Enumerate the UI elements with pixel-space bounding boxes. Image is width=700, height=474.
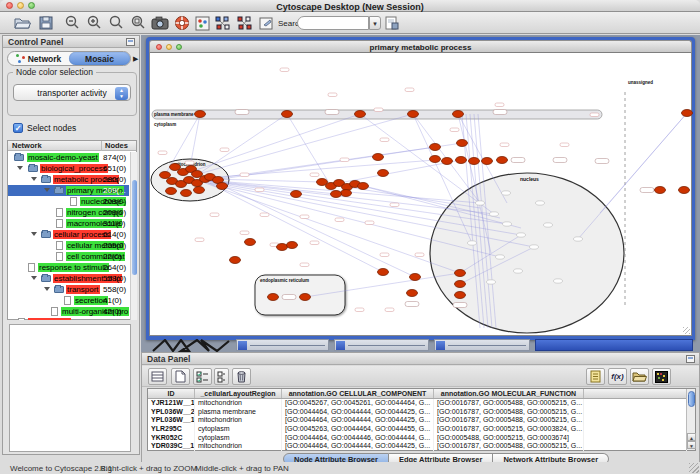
network-node[interactable] xyxy=(282,111,293,118)
minimized-window[interactable] xyxy=(236,339,329,351)
network-node[interactable] xyxy=(245,239,256,246)
tab-mosaic[interactable]: Mosaic xyxy=(69,52,130,65)
network-node[interactable] xyxy=(160,172,171,179)
network-modify-icon[interactable] xyxy=(234,14,254,32)
network-node[interactable] xyxy=(456,157,467,164)
network-window[interactable]: primary metabolic process nucleusmitocho… xyxy=(146,37,695,340)
network-node[interactable] xyxy=(291,191,302,198)
disclosure-triangle-icon[interactable] xyxy=(31,276,37,280)
tree-row[interactable]: primary metabo209(... xyxy=(8,185,129,196)
network-node[interactable] xyxy=(655,187,666,194)
network-node[interactable] xyxy=(331,191,342,198)
help-icon[interactable] xyxy=(172,14,192,32)
network-node[interactable] xyxy=(455,270,466,277)
network-canvas[interactable]: nucleusmitochondrionendoplasmic reticulu… xyxy=(149,53,692,336)
network-node[interactable] xyxy=(455,292,466,299)
search-input[interactable] xyxy=(297,16,369,30)
vizmapper-icon[interactable] xyxy=(192,14,212,32)
tree-row[interactable]: cellular metabol209(0) xyxy=(8,240,129,251)
tree-row[interactable]: mosaic-demo-yeast874(0) xyxy=(8,152,129,163)
table-row[interactable]: YPL036W__2plasma membrane[GO:0044464, GO… xyxy=(148,408,695,417)
network-node[interactable] xyxy=(181,190,192,197)
network-node[interactable] xyxy=(355,111,366,118)
network-node[interactable] xyxy=(482,158,493,165)
window-titlebar[interactable]: Cytoscape Desktop (New Session) xyxy=(0,0,700,12)
window-resize-grip[interactable] xyxy=(689,463,699,473)
network-node[interactable] xyxy=(442,158,453,165)
network-node[interactable] xyxy=(217,183,228,190)
tree-scrollbar[interactable] xyxy=(130,152,137,320)
select-attributes-icon[interactable] xyxy=(148,368,167,385)
open-icon[interactable] xyxy=(12,14,32,32)
tree-row[interactable]: macromolecule311(0) xyxy=(8,218,129,229)
table-scrollbar-thumb[interactable] xyxy=(688,391,695,407)
table-row[interactable]: YDR039C__1mitochondrion[GO:0044464, GO:0… xyxy=(148,442,695,451)
node-color-select[interactable]: transporter activity ▲▼ xyxy=(13,84,131,101)
snapshot-icon[interactable] xyxy=(150,14,170,32)
zoom-fit-icon[interactable] xyxy=(128,14,148,32)
tab-network[interactable]: Network xyxy=(8,52,69,65)
delete-attribute-icon[interactable] xyxy=(232,368,251,385)
network-import-icon[interactable] xyxy=(212,14,232,32)
network-node[interactable] xyxy=(682,110,693,117)
table-column-header[interactable]: annotation.GO CELLULAR_COMPONENT xyxy=(282,389,434,398)
network-node[interactable] xyxy=(378,269,389,276)
network-node[interactable] xyxy=(679,187,690,194)
tree-row[interactable]: cell communicat22(0) xyxy=(8,251,129,262)
network-node[interactable] xyxy=(300,294,311,301)
network-window-titlebar[interactable]: primary metabolic process xyxy=(149,40,692,53)
network-node[interactable] xyxy=(358,183,369,190)
scroll-up-icon[interactable]: ▲ xyxy=(687,433,696,441)
table-column-header[interactable] xyxy=(584,389,687,398)
minimized-window[interactable] xyxy=(334,339,429,351)
overview-thumbnail[interactable] xyxy=(151,339,236,352)
birds-eye-view[interactable] xyxy=(9,324,131,452)
zoom-out-icon[interactable] xyxy=(62,14,82,32)
create-attribute-icon[interactable] xyxy=(171,368,190,385)
tab-overflow-arrow-icon[interactable]: ▶ xyxy=(133,55,138,63)
function-builder-icon[interactable]: f(x) xyxy=(608,368,627,385)
minimized-window-titlebar[interactable] xyxy=(535,339,693,351)
tree-row[interactable]: establishment of lo558(0) xyxy=(8,273,129,284)
network-node[interactable] xyxy=(410,274,421,281)
import-attributes-icon[interactable] xyxy=(630,368,649,385)
table-row[interactable]: YJR121W__1mitochondrion[GO:0045267, GO:0… xyxy=(148,399,695,408)
attribute-batch-icon[interactable] xyxy=(214,368,229,385)
tree-row[interactable]: response to stimulu264(0) xyxy=(8,262,129,273)
table-column-header[interactable]: annotation.GO MOLECULAR_FUNCTION xyxy=(434,389,584,398)
disclosure-triangle-icon[interactable] xyxy=(17,166,23,170)
network-node[interactable] xyxy=(378,170,389,177)
network-node[interactable] xyxy=(408,111,419,118)
network-node[interactable] xyxy=(373,154,384,161)
table-row[interactable]: YLR295Ccytoplasm[GO:0045263, GO:0044464,… xyxy=(148,425,695,434)
nucleus-region[interactable] xyxy=(430,173,624,333)
select-nodes-checkbox[interactable]: ✓ xyxy=(13,123,23,133)
network-node[interactable] xyxy=(407,290,418,297)
zoom-selected-icon[interactable] xyxy=(106,14,126,32)
tree-scrollbar-thumb[interactable] xyxy=(132,180,137,275)
network-node[interactable] xyxy=(341,190,352,197)
network-node[interactable] xyxy=(230,257,241,264)
annotation-icon[interactable] xyxy=(256,14,276,32)
search-dropdown-icon[interactable]: ▾ xyxy=(369,16,381,30)
minimized-window[interactable] xyxy=(434,339,530,351)
table-scrollbar[interactable]: ▲ ▼ xyxy=(686,389,695,450)
network-node[interactable] xyxy=(497,157,508,164)
network-node[interactable] xyxy=(430,156,441,163)
tree-row[interactable]: unassigned223(0) xyxy=(8,317,129,320)
canvas-resize-grip[interactable] xyxy=(683,327,690,334)
disclosure-triangle-icon[interactable] xyxy=(31,232,37,236)
tree-row[interactable]: biological_process651(0) xyxy=(8,163,129,174)
scroll-down-icon[interactable]: ▼ xyxy=(687,441,696,449)
tree-row[interactable]: cellular process614(0) xyxy=(8,229,129,240)
network-node[interactable] xyxy=(268,294,279,301)
network-node[interactable] xyxy=(166,188,177,195)
network-node[interactable] xyxy=(194,187,205,194)
attribute-checklist-icon[interactable] xyxy=(193,368,212,385)
disclosure-triangle-icon[interactable] xyxy=(44,287,50,291)
tree-row[interactable]: nucleobase-209(0) xyxy=(8,196,129,207)
zoom-in-icon[interactable] xyxy=(84,14,104,32)
float-panel-icon[interactable] xyxy=(126,38,135,46)
network-node[interactable] xyxy=(430,144,441,151)
save-attributes-icon[interactable] xyxy=(382,14,402,32)
